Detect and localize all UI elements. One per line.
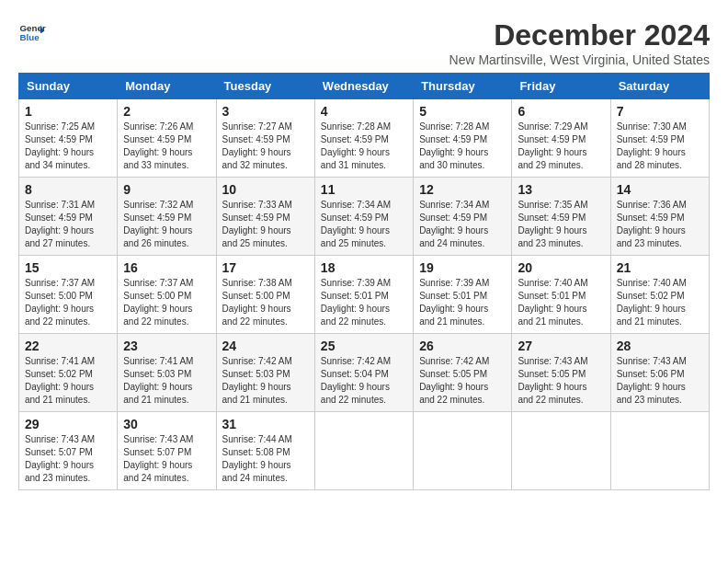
sunrise: Sunrise: 7:27 AM <box>222 121 292 132</box>
sunrise: Sunrise: 7:37 AM <box>123 278 193 288</box>
day-info: Sunrise: 7:43 AM Sunset: 5:07 PM Dayligh… <box>25 433 111 485</box>
calendar-cell: 29 Sunrise: 7:43 AM Sunset: 5:07 PM Dayl… <box>19 412 118 490</box>
sunset: Sunset: 5:03 PM <box>123 369 191 379</box>
day-number: 22 <box>25 339 111 353</box>
sunrise: Sunrise: 7:43 AM <box>617 356 687 366</box>
day-info: Sunrise: 7:40 AM Sunset: 5:02 PM Dayligh… <box>617 277 703 328</box>
daylight: Daylight: 9 hours and 34 minutes. <box>25 147 94 170</box>
calendar-cell: 3 Sunrise: 7:27 AM Sunset: 4:59 PM Dayli… <box>216 99 314 178</box>
calendar-cell <box>414 412 512 490</box>
day-number: 17 <box>222 260 309 275</box>
day-number: 20 <box>518 260 604 275</box>
sunset: Sunset: 4:59 PM <box>123 213 191 223</box>
day-info: Sunrise: 7:28 AM Sunset: 4:59 PM Dayligh… <box>321 121 407 172</box>
calendar-cell: 12 Sunrise: 7:34 AM Sunset: 4:59 PM Dayl… <box>414 178 512 256</box>
day-info: Sunrise: 7:38 AM Sunset: 5:00 PM Dayligh… <box>222 277 309 328</box>
sunset: Sunset: 5:07 PM <box>123 447 191 457</box>
sunrise: Sunrise: 7:42 AM <box>419 356 489 366</box>
day-number: 4 <box>321 104 407 119</box>
calendar-cell: 8 Sunrise: 7:31 AM Sunset: 4:59 PM Dayli… <box>19 178 118 256</box>
sunrise: Sunrise: 7:28 AM <box>419 121 489 132</box>
sunset: Sunset: 4:59 PM <box>419 213 487 223</box>
sunset: Sunset: 4:59 PM <box>419 134 487 144</box>
day-info: Sunrise: 7:26 AM Sunset: 4:59 PM Dayligh… <box>123 121 210 172</box>
day-number: 13 <box>518 182 604 197</box>
calendar-cell: 30 Sunrise: 7:43 AM Sunset: 5:07 PM Dayl… <box>118 412 216 490</box>
calendar-cell: 13 Sunrise: 7:35 AM Sunset: 4:59 PM Dayl… <box>512 178 610 256</box>
day-info: Sunrise: 7:29 AM Sunset: 4:59 PM Dayligh… <box>518 121 604 172</box>
sunrise: Sunrise: 7:26 AM <box>123 121 193 132</box>
day-number: 10 <box>222 182 309 197</box>
sunrise: Sunrise: 7:40 AM <box>617 278 687 288</box>
day-number: 19 <box>419 260 506 275</box>
daylight: Daylight: 9 hours and 21 minutes. <box>419 304 488 327</box>
day-info: Sunrise: 7:25 AM Sunset: 4:59 PM Dayligh… <box>25 121 111 172</box>
sunrise: Sunrise: 7:44 AM <box>222 434 292 444</box>
day-info: Sunrise: 7:43 AM Sunset: 5:07 PM Dayligh… <box>123 433 210 485</box>
calendar-cell: 18 Sunrise: 7:39 AM Sunset: 5:01 PM Dayl… <box>314 256 413 334</box>
sunset: Sunset: 5:03 PM <box>222 369 290 379</box>
sunset: Sunset: 5:00 PM <box>25 291 93 301</box>
calendar-cell: 19 Sunrise: 7:39 AM Sunset: 5:01 PM Dayl… <box>414 256 512 334</box>
calendar-cell: 17 Sunrise: 7:38 AM Sunset: 5:00 PM Dayl… <box>216 256 314 334</box>
sunset: Sunset: 5:07 PM <box>25 447 93 457</box>
day-number: 30 <box>123 417 210 431</box>
day-info: Sunrise: 7:42 AM Sunset: 5:04 PM Dayligh… <box>321 355 407 407</box>
sunset: Sunset: 4:59 PM <box>222 213 290 223</box>
day-number: 21 <box>617 260 703 275</box>
daylight: Daylight: 9 hours and 22 minutes. <box>419 382 488 405</box>
sunset: Sunset: 5:00 PM <box>222 291 290 301</box>
day-number: 26 <box>419 339 506 353</box>
calendar-header-saturday: Saturday <box>610 74 709 99</box>
sunrise: Sunrise: 7:42 AM <box>222 356 292 366</box>
day-info: Sunrise: 7:37 AM Sunset: 5:00 PM Dayligh… <box>123 277 210 328</box>
daylight: Daylight: 9 hours and 22 minutes. <box>222 304 291 327</box>
daylight: Daylight: 9 hours and 24 minutes. <box>419 225 488 248</box>
sunrise: Sunrise: 7:43 AM <box>25 434 95 444</box>
calendar-cell: 25 Sunrise: 7:42 AM Sunset: 5:04 PM Dayl… <box>314 334 413 412</box>
day-info: Sunrise: 7:42 AM Sunset: 5:05 PM Dayligh… <box>419 355 506 407</box>
calendar-header-thursday: Thursday <box>414 74 512 99</box>
day-info: Sunrise: 7:34 AM Sunset: 4:59 PM Dayligh… <box>419 199 506 250</box>
calendar-header-wednesday: Wednesday <box>314 74 413 99</box>
sunrise: Sunrise: 7:37 AM <box>25 278 95 288</box>
calendar-cell <box>610 412 709 490</box>
daylight: Daylight: 9 hours and 22 minutes. <box>321 382 390 405</box>
day-info: Sunrise: 7:42 AM Sunset: 5:03 PM Dayligh… <box>222 355 309 407</box>
daylight: Daylight: 9 hours and 24 minutes. <box>123 460 192 483</box>
day-number: 25 <box>321 339 407 353</box>
daylight: Daylight: 9 hours and 22 minutes. <box>25 304 94 327</box>
daylight: Daylight: 9 hours and 27 minutes. <box>25 225 94 248</box>
calendar-header-row: SundayMondayTuesdayWednesdayThursdayFrid… <box>19 74 710 99</box>
daylight: Daylight: 9 hours and 22 minutes. <box>518 382 586 405</box>
logo-icon: General Blue <box>18 18 46 46</box>
day-number: 1 <box>25 104 111 119</box>
sunset: Sunset: 4:59 PM <box>518 134 586 144</box>
sunset: Sunset: 5:05 PM <box>518 369 586 379</box>
daylight: Daylight: 9 hours and 23 minutes. <box>25 460 94 483</box>
daylight: Daylight: 9 hours and 23 minutes. <box>617 382 686 405</box>
daylight: Daylight: 9 hours and 23 minutes. <box>518 225 586 248</box>
calendar-cell: 20 Sunrise: 7:40 AM Sunset: 5:01 PM Dayl… <box>512 256 610 334</box>
day-number: 24 <box>222 339 309 353</box>
day-info: Sunrise: 7:31 AM Sunset: 4:59 PM Dayligh… <box>25 199 111 250</box>
daylight: Daylight: 9 hours and 22 minutes. <box>123 304 192 327</box>
logo: General Blue <box>18 18 46 46</box>
sunset: Sunset: 4:59 PM <box>617 134 685 144</box>
daylight: Daylight: 9 hours and 21 minutes. <box>222 382 291 405</box>
day-info: Sunrise: 7:39 AM Sunset: 5:01 PM Dayligh… <box>321 277 407 328</box>
sunrise: Sunrise: 7:38 AM <box>222 278 292 288</box>
sunrise: Sunrise: 7:34 AM <box>419 200 489 210</box>
sunset: Sunset: 4:59 PM <box>518 213 586 223</box>
sunrise: Sunrise: 7:39 AM <box>321 278 391 288</box>
day-number: 3 <box>222 104 309 119</box>
sunset: Sunset: 5:02 PM <box>617 291 685 301</box>
day-number: 28 <box>617 339 703 353</box>
calendar-cell: 21 Sunrise: 7:40 AM Sunset: 5:02 PM Dayl… <box>610 256 709 334</box>
calendar-cell: 5 Sunrise: 7:28 AM Sunset: 4:59 PM Dayli… <box>414 99 512 178</box>
day-number: 6 <box>518 104 604 119</box>
daylight: Daylight: 9 hours and 24 minutes. <box>222 460 291 483</box>
sunset: Sunset: 4:59 PM <box>123 134 191 144</box>
sunrise: Sunrise: 7:40 AM <box>518 278 587 288</box>
daylight: Daylight: 9 hours and 25 minutes. <box>321 225 390 248</box>
